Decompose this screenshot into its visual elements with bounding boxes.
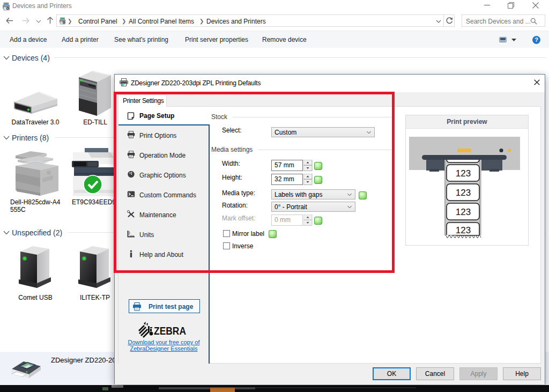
svg-text:123: 123 [456, 207, 471, 217]
svg-text:123: 123 [456, 225, 471, 235]
svg-text:ZEBRA: ZEBRA [154, 324, 186, 337]
svg-text:123: 123 [456, 168, 471, 179]
svg-text:123: 123 [456, 188, 471, 198]
